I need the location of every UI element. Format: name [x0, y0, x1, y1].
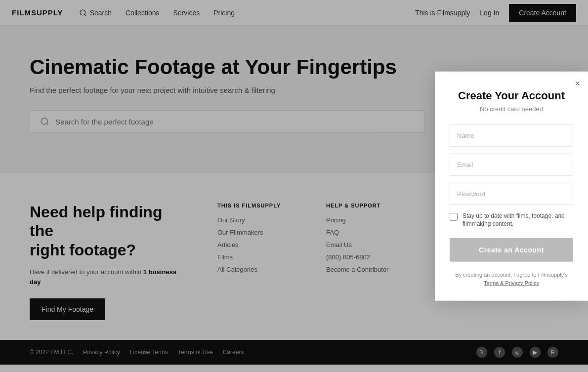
- email-input[interactable]: [450, 153, 573, 175]
- modal-title: Create Your Account: [450, 89, 573, 102]
- newsletter-checkbox-row: Stay up to date with films, footage, and…: [450, 211, 573, 228]
- terms-privacy-link[interactable]: Terms & Privacy Policy: [484, 280, 539, 286]
- newsletter-checkbox[interactable]: [450, 212, 458, 220]
- password-input[interactable]: [450, 182, 573, 205]
- modal-terms: By creating an account, I agree to Films…: [450, 271, 573, 287]
- modal-subtitle: No credit card needed: [450, 105, 573, 112]
- newsletter-label: Stay up to date with films, footage, and…: [462, 211, 573, 228]
- modal-close-button[interactable]: ×: [575, 78, 580, 88]
- name-input[interactable]: [450, 124, 573, 146]
- create-account-modal: × Create Your Account No credit card nee…: [435, 71, 588, 301]
- create-account-modal-button[interactable]: Create an Account: [450, 238, 573, 262]
